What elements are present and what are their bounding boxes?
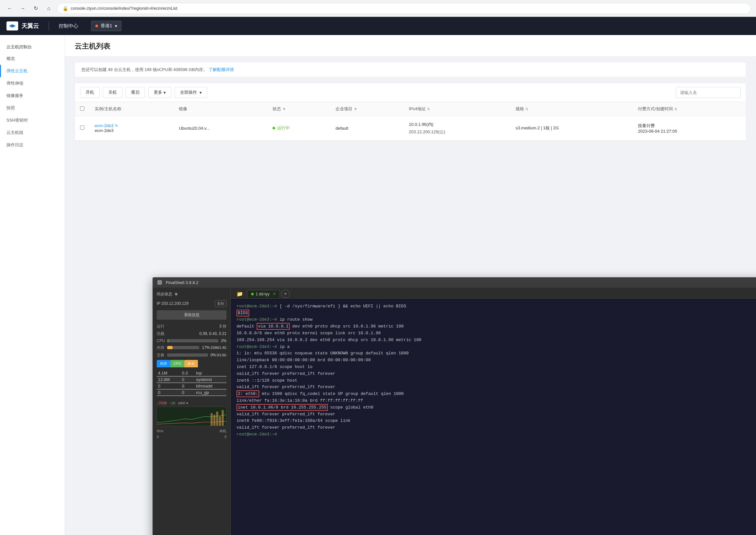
logo-area: 天翼云 bbox=[7, 21, 39, 31]
select-all-checkbox[interactable] bbox=[80, 106, 84, 111]
terminal-console[interactable]: root@ecm-2de3:~# [ -d /sys/firmware/efi … bbox=[231, 298, 756, 535]
prompt: root@ecm-2de3:~# bbox=[236, 432, 277, 437]
net-iface: eth0 ▾ bbox=[178, 401, 188, 405]
forward-button[interactable]: → bbox=[18, 4, 27, 13]
restart-button[interactable]: 重启 bbox=[126, 87, 145, 98]
terminal-right-panel: 📁 1 dd-tyy ✕ + root@ecm-2de3:~# [ -d /sy… bbox=[231, 288, 756, 535]
all-ops-button[interactable]: 全部操作 ▾ bbox=[174, 87, 207, 98]
sidebar-item-operation-log[interactable]: 操作日志 bbox=[0, 139, 65, 151]
highlighted-text: via 10.0.0.1 bbox=[257, 323, 290, 330]
output-line: inet 127.0.0.1/8 scope host lo bbox=[236, 364, 313, 369]
copy-ip-button[interactable]: 复制 bbox=[215, 300, 227, 307]
net-down: ↓792B bbox=[157, 401, 167, 405]
more-button[interactable]: 更多 ▾ bbox=[148, 87, 171, 98]
output-line: valid_lft forever preferred_lft forever bbox=[236, 412, 335, 417]
process-table: 4.1M0.3top12.8M0systemd00kthreadd00rcu_g… bbox=[157, 370, 227, 396]
vm-group-label: 云主机组 bbox=[7, 130, 23, 135]
th-status: 状态 ▼ bbox=[267, 102, 330, 116]
command: [ -d /sys/firmware/efi ] && echo UEFI ||… bbox=[280, 304, 406, 309]
sidebar-section-header: 云主机控制台 bbox=[0, 40, 65, 52]
net-up: ↑1K bbox=[169, 401, 175, 405]
power-off-button[interactable]: 关机 bbox=[103, 87, 122, 98]
address-bar[interactable]: 🔒 console.ctyun.cn/console/index/?region… bbox=[57, 3, 751, 14]
ip-private: 10.0.1.96(内) bbox=[409, 121, 505, 128]
sysinfo-button[interactable]: 系统信息 bbox=[157, 310, 227, 320]
search-input[interactable] bbox=[676, 87, 741, 98]
spec-sort-icon[interactable]: ⇅ bbox=[525, 107, 528, 111]
quota-link[interactable]: 了解配额详情 bbox=[209, 67, 234, 72]
process-row: 4.1M0.3top bbox=[157, 370, 227, 377]
ipv4-sort-icon[interactable]: ⇅ bbox=[427, 107, 430, 111]
tab-mem[interactable]: 内存 bbox=[157, 360, 170, 367]
back-button[interactable]: ← bbox=[5, 4, 14, 13]
th-spec: 规格 ⇅ bbox=[510, 102, 633, 116]
uptime-row: 运行 3 分 bbox=[157, 324, 227, 329]
instance-link[interactable]: ecm-2de3 ✎ bbox=[95, 123, 168, 128]
url-text: console.ctyun.cn/console/index/?regionid… bbox=[71, 6, 177, 11]
power-on-button[interactable]: 开机 bbox=[80, 87, 100, 98]
terminal-tab-active[interactable]: 1 dd-tyy ✕ bbox=[247, 290, 280, 298]
latency-row: 0ms 本机 bbox=[157, 429, 227, 434]
region-selector[interactable]: 香港1 ▾ bbox=[91, 21, 121, 31]
th-instance-name: 实例/主机名称 bbox=[90, 102, 174, 116]
load-row: 负载 0.39, 0.43, 0.21 bbox=[157, 331, 227, 337]
ip-public: 203.12.200.129(公) bbox=[409, 128, 505, 135]
project-filter-icon[interactable]: ▼ bbox=[354, 107, 357, 111]
output-line: 2: eth0: mtu 1500 qdisc fq_codel state U… bbox=[236, 390, 404, 397]
swap-bar bbox=[167, 353, 208, 357]
home-button[interactable]: ⌂ bbox=[44, 4, 53, 13]
th-checkbox bbox=[75, 102, 90, 116]
swap-row: 交换 0% 0/3.8G bbox=[157, 352, 227, 358]
row-checkbox-cell bbox=[75, 116, 90, 141]
output-line: valid_lft forever preferred_lft forever bbox=[236, 384, 335, 389]
app-header: 天翼云 控制中心 香港1 ▾ bbox=[0, 17, 756, 35]
net-stats-row: ↓792B ↑1K eth0 ▾ bbox=[157, 401, 227, 405]
output-line: BIOS bbox=[236, 310, 249, 317]
cpu-fill bbox=[167, 339, 168, 342]
image-cell: Ubuntu20.04.v... bbox=[174, 116, 267, 141]
command: ip route show bbox=[280, 317, 313, 322]
host-name: ecm-2de3 bbox=[95, 128, 168, 133]
terminal-window: FinalShell 3.9.8.2 同步状态 IP 203.12.200.12… bbox=[153, 277, 756, 535]
output-line: link/loopback 00:00:00:00:00:00 brd 00:0… bbox=[236, 358, 371, 362]
lock-icon: 🔒 bbox=[63, 6, 68, 11]
process-tabs: 内存 CPU 命令 bbox=[157, 360, 227, 367]
th-billing: 付费方式/创建时间 ⇅ bbox=[633, 102, 746, 116]
row-checkbox[interactable] bbox=[80, 126, 84, 130]
svg-rect-4 bbox=[219, 416, 221, 426]
tab-cpu[interactable]: CPU bbox=[170, 360, 184, 367]
billing-sort-icon[interactable]: ⇅ bbox=[674, 107, 677, 111]
sidebar-item-ssh-key[interactable]: SSH密钥对 bbox=[0, 114, 65, 127]
folder-icon[interactable]: 📁 bbox=[234, 290, 246, 298]
edit-icon[interactable]: ✎ bbox=[115, 124, 118, 128]
instance-name-cell: ecm-2de3 ✎ ecm-2de3 bbox=[90, 116, 174, 141]
page-title: 云主机列表 bbox=[75, 42, 746, 51]
tab-cmd[interactable]: 命令 bbox=[184, 360, 198, 367]
sidebar-item-overview[interactable]: 概览 bbox=[0, 52, 65, 65]
cpu-value: 2% bbox=[221, 339, 227, 343]
ssh-key-label: SSH密钥对 bbox=[7, 117, 28, 123]
svg-rect-1 bbox=[211, 413, 213, 426]
sidebar-item-elastic-scale[interactable]: 弹性伸缩 bbox=[0, 77, 65, 90]
sidebar-item-snapshot[interactable]: 快照 bbox=[0, 102, 65, 114]
sidebar-item-elastic-vm[interactable]: 弹性云主机 bbox=[0, 65, 65, 77]
refresh-button[interactable]: ↻ bbox=[31, 4, 40, 13]
svg-rect-2 bbox=[214, 415, 215, 426]
region-arrow: ▾ bbox=[115, 23, 117, 29]
vm-table: 实例/主机名称 镜像 状态 ▼ bbox=[75, 102, 746, 141]
cpu-label: CPU bbox=[157, 339, 165, 343]
command: ip a bbox=[280, 344, 290, 349]
tab-active-dot bbox=[251, 293, 254, 296]
tab-close-icon[interactable]: ✕ bbox=[273, 292, 276, 296]
sidebar-item-vm-group[interactable]: 云主机组 bbox=[0, 127, 65, 139]
status-filter-icon[interactable]: ▼ bbox=[282, 107, 286, 111]
add-tab-button[interactable]: + bbox=[281, 290, 290, 298]
terminal-left-panel: 同步状态 IP 203.12.200.129 复制 系统信息 运行 3 分 bbox=[153, 288, 231, 535]
net-iface-arrow: ▾ bbox=[186, 401, 188, 405]
overview-label: 概览 bbox=[7, 56, 15, 62]
sidebar-item-image-service[interactable]: 镜像服务 bbox=[0, 90, 65, 102]
mem-bar bbox=[167, 346, 199, 349]
terminal-titlebar: FinalShell 3.9.8.2 bbox=[153, 278, 756, 288]
highlighted-text: inet 10.0.1.96/8 brd 10.255.255.255 bbox=[236, 404, 328, 411]
highlighted-text: BIOS bbox=[236, 310, 249, 317]
